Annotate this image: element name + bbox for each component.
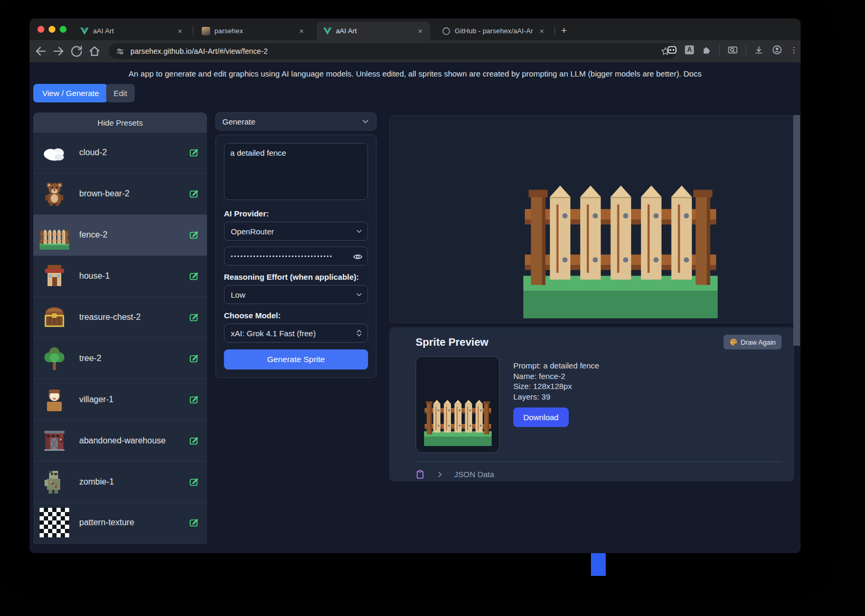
window-close-button[interactable]: [37, 26, 44, 33]
provider-label: AI Provider:: [224, 209, 368, 218]
preset-row-cloud-2[interactable]: cloud-2: [33, 132, 207, 174]
tab-title: aAI Art: [93, 27, 171, 35]
preset-row-house-1[interactable]: house-1: [33, 256, 207, 297]
tree-sprite-icon: [40, 344, 69, 373]
generate-form: a detailed fence AI Provider: OpenRouter…: [215, 135, 377, 378]
scrollbar-thumb[interactable]: [793, 115, 800, 346]
edit-preset-icon[interactable]: [189, 230, 199, 240]
preset-row-zombie-1[interactable]: zombie-1: [33, 461, 207, 503]
edit-preset-icon[interactable]: [189, 189, 199, 198]
show-password-eye-icon[interactable]: [353, 252, 363, 262]
edit-preset-icon[interactable]: [189, 518, 199, 527]
preset-row-abandoned-warehouse[interactable]: abandoned-warehouse: [33, 420, 207, 461]
background-window-fragment: [591, 553, 606, 576]
prompt-input[interactable]: a detailed fence: [224, 143, 368, 200]
extension-robot-icon[interactable]: [666, 44, 678, 55]
view-generate-tab[interactable]: View / Generate: [33, 84, 108, 102]
sprite-prompt: Prompt: a detailed fence: [513, 361, 599, 371]
generate-sprite-button[interactable]: Generate Sprite: [224, 349, 368, 369]
preset-name: fence-2: [79, 230, 189, 240]
preset-row-treasure-chest-2[interactable]: treasure-chest-2: [33, 297, 207, 338]
preset-name: tree-2: [79, 354, 189, 363]
reasoning-select[interactable]: Low: [224, 285, 368, 304]
preset-name: zombie-1: [79, 477, 189, 487]
toolbar: parsehex.github.io/aAI-Art/#/view/fence-…: [30, 40, 801, 62]
window-minimize-button[interactable]: [49, 26, 55, 33]
tab-close-icon[interactable]: ×: [537, 26, 547, 36]
hide-presets-button[interactable]: Hide Presets: [33, 112, 207, 132]
profile-icon[interactable]: [772, 44, 783, 55]
tab-search-icon[interactable]: [727, 44, 738, 55]
divider: [416, 461, 782, 462]
tab-title: GitHub - parsehex/aAI-Art: a: [455, 27, 533, 35]
chevron-right-icon: [436, 471, 444, 478]
extensions-puzzle-icon[interactable]: [701, 45, 712, 55]
api-key-input[interactable]: ••••••••••••••••••••••••••••••••: [224, 247, 368, 266]
tab-aai-art-active[interactable]: aAI Art ×: [317, 22, 430, 40]
edit-tab[interactable]: Edit: [106, 84, 135, 102]
download-button[interactable]: Download: [513, 407, 569, 427]
reload-icon[interactable]: [70, 44, 83, 58]
edit-preset-icon[interactable]: [189, 477, 199, 487]
tab-close-icon[interactable]: ×: [175, 26, 185, 36]
checkerboard-sprite-icon: [40, 508, 69, 537]
generate-section-toggle[interactable]: Generate: [215, 112, 377, 130]
forward-icon[interactable]: [52, 44, 65, 58]
house-sprite-icon: [40, 261, 69, 291]
new-tab-button[interactable]: +: [558, 25, 570, 37]
tab-separator: [554, 26, 555, 35]
clipboard-icon[interactable]: [416, 469, 425, 479]
tab-close-icon[interactable]: ×: [416, 26, 425, 36]
preset-row-pattern-texture[interactable]: pattern-texture: [33, 503, 207, 544]
menu-kebab-icon[interactable]: ⋮: [790, 48, 795, 52]
vue-logo-icon: [80, 27, 89, 35]
extension-a-icon[interactable]: A: [685, 45, 694, 54]
url-text[interactable]: parsehex.github.io/aAI-Art/#/view/fence-…: [130, 47, 660, 55]
tab-title: parsehex: [214, 27, 293, 35]
preset-name: brown-bear-2: [79, 189, 189, 198]
json-data-toggle[interactable]: JSON Data: [416, 469, 782, 479]
page-content: An app to generate and edit graphics usi…: [30, 62, 801, 553]
edit-preset-icon[interactable]: [189, 148, 199, 157]
preset-row-villager-1[interactable]: villager-1: [33, 379, 207, 420]
edit-preset-icon[interactable]: [189, 271, 199, 281]
vue-logo-icon: [323, 27, 332, 35]
edit-preset-icon[interactable]: [189, 354, 199, 363]
docs-link[interactable]: Docs: [683, 69, 701, 78]
reasoning-label: Reasoning Effort (when applicable):: [224, 272, 368, 281]
zombie-sprite-icon: [40, 467, 69, 497]
toolbar-separator: [746, 45, 746, 55]
tab-aai-art-1[interactable]: aAI Art ×: [74, 22, 190, 40]
bear-sprite-icon: [40, 179, 69, 209]
provider-select[interactable]: OpenRouter: [224, 222, 368, 241]
tab-parsehex[interactable]: parsehex ×: [195, 22, 312, 40]
model-select[interactable]: xAI: Grok 4.1 Fast (free): [224, 324, 368, 343]
edit-preset-icon[interactable]: [189, 436, 199, 446]
preset-row-tree-2[interactable]: tree-2: [33, 338, 207, 379]
preset-row-brown-bear-2[interactable]: brown-bear-2: [33, 174, 207, 215]
preset-name: house-1: [79, 271, 189, 281]
draw-again-label: Draw Again: [741, 338, 776, 346]
downloads-icon[interactable]: [754, 45, 764, 55]
back-icon[interactable]: [34, 44, 48, 58]
preset-name: cloud-2: [79, 148, 189, 157]
tab-github[interactable]: GitHub - parsehex/aAI-Art: a ×: [436, 22, 552, 40]
edit-preset-icon[interactable]: [189, 312, 199, 322]
preset-name: abandoned-warehouse: [79, 436, 189, 446]
site-settings-icon[interactable]: [115, 46, 125, 56]
github-icon: [442, 27, 450, 35]
tab-close-icon[interactable]: ×: [297, 26, 306, 36]
edit-preset-icon[interactable]: [189, 395, 199, 404]
sprite-preview-panel: Sprite Preview Draw Again Prompt: a deta…: [389, 327, 794, 481]
window-zoom-button[interactable]: [60, 26, 67, 33]
provider-value: OpenRouter: [231, 227, 274, 236]
sprite-thumbnail: [416, 356, 500, 453]
titlebar: aAI Art × parsehex × aAI Art × GitHub - …: [30, 18, 801, 40]
home-icon[interactable]: [88, 44, 101, 58]
warehouse-sprite-icon: [40, 426, 69, 456]
fence-sprite-large: [523, 124, 718, 318]
address-bar[interactable]: parsehex.github.io/aAI-Art/#/view/fence-…: [109, 43, 676, 59]
preset-row-fence-2[interactable]: fence-2: [33, 215, 207, 256]
draw-again-button[interactable]: Draw Again: [723, 335, 782, 349]
desktop: aAI Art × parsehex × aAI Art × GitHub - …: [0, 0, 865, 616]
